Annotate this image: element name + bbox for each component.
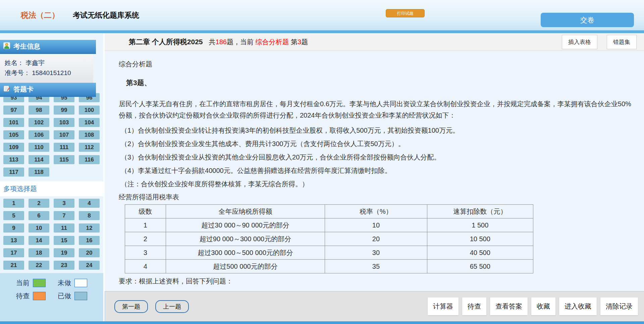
- previous-question-button[interactable]: 上一题: [155, 300, 189, 313]
- question-number-button[interactable]: 112: [79, 143, 100, 152]
- question-number-button[interactable]: 114: [29, 155, 49, 164]
- multiple-choice-section-label: 多项选择题: [0, 181, 103, 196]
- question-number-button[interactable]: 4: [79, 199, 100, 208]
- top-header: 税法（二） 考试无纸化题库系统 打印试题 交卷: [0, 0, 644, 30]
- question-number-button[interactable]: 19: [54, 248, 74, 257]
- rate-table-body: 1 超过30 000～90 000元的部分 10 1 500 2 超过90 00…: [125, 218, 533, 273]
- question-number-button[interactable]: 115: [54, 155, 74, 164]
- question-number-button[interactable]: 9: [3, 223, 24, 233]
- question-number-button[interactable]: 103: [54, 118, 74, 127]
- question-number-button[interactable]: 7: [54, 211, 74, 220]
- candidate-info-box: 姓名： 李鑫宇 准考号： 15840151210: [0, 54, 93, 83]
- question-number-button[interactable]: 111: [54, 143, 74, 152]
- question-number-button[interactable]: 113: [3, 155, 24, 164]
- question-number-button[interactable]: 100: [79, 106, 100, 115]
- person-icon: [3, 42, 10, 51]
- legend-item-done: 已做: [58, 291, 87, 301]
- question-number-button[interactable]: 18: [29, 248, 49, 257]
- answer-card-legend: 当前 未做 待查 已做: [0, 273, 103, 321]
- candidate-info-header: 考生信息: [0, 40, 96, 54]
- question-number-button[interactable]: 3: [54, 199, 74, 208]
- question-item: （2）合伙制创业投资企业发生其他成本、费用共计300万元（含支付两位合伙人工资5…: [119, 137, 634, 150]
- question-intro: 居民个人李某无自有住房，在工作的直辖市租房居住，每月支付租金0.6万元。李某与他…: [119, 98, 634, 121]
- question-number-button[interactable]: 23: [54, 261, 74, 270]
- insert-table-button[interactable]: 插入表格: [562, 35, 597, 49]
- rate-table-header-cell: 速算扣除数（元）: [427, 205, 533, 218]
- rate-percent-cell: 30: [325, 246, 427, 260]
- question-number-button[interactable]: 109: [3, 143, 24, 152]
- legend-label: 已做: [58, 291, 71, 301]
- question-number-button[interactable]: 2: [29, 199, 49, 208]
- question-number-button[interactable]: 110: [29, 143, 49, 152]
- question-type-label: 综合分析题: [119, 60, 634, 69]
- current-question-number: 3: [298, 38, 301, 46]
- toolbar-action-button[interactable]: 进入收藏: [559, 298, 597, 315]
- toolbar-action-button[interactable]: 收藏: [531, 298, 555, 315]
- legend-label: 当前: [16, 278, 30, 287]
- legend-swatch-review: [33, 292, 46, 300]
- question-number-button[interactable]: 11: [54, 223, 74, 233]
- print-exam-button[interactable]: 打印试题: [386, 9, 425, 17]
- question-number-button[interactable]: 8: [79, 211, 100, 220]
- toolbar-action-button[interactable]: 待查: [462, 298, 486, 315]
- question-number-button[interactable]: 99: [54, 106, 74, 115]
- question-number-button[interactable]: 116: [79, 155, 100, 164]
- rate-deduction-cell: 10 500: [427, 232, 533, 246]
- question-number-button[interactable]: 15: [54, 236, 74, 245]
- question-number-button[interactable]: 6: [29, 211, 49, 220]
- legend-item-review: 待查: [16, 291, 46, 301]
- question-number-button[interactable]: 102: [29, 118, 49, 127]
- rate-income-cell: 超过300 000～500 000元的部分: [166, 246, 325, 260]
- chapter-status: 第二章 个人所得税2025 共 186 题，当前 综合分析题 第 3 题: [129, 37, 308, 47]
- candidate-name-row: 姓名： 李鑫宇: [5, 58, 93, 68]
- question-number-button[interactable]: 12: [79, 223, 100, 233]
- rate-percent-cell: 20: [325, 232, 427, 246]
- submit-paper-button[interactable]: 交卷: [541, 13, 634, 27]
- question-number-button[interactable]: 108: [79, 130, 100, 139]
- legend-label: 未做: [58, 278, 71, 287]
- question-number-button[interactable]: 16: [79, 236, 100, 245]
- question-body: 综合分析题 第3题、 居民个人李某无自有住房，在工作的直辖市租房居住，每月支付租…: [105, 51, 644, 291]
- question-number-button[interactable]: 97: [3, 106, 24, 115]
- toolbar-action-button[interactable]: 计算器: [428, 298, 459, 315]
- wrong-question-set-button[interactable]: 错题集: [607, 35, 637, 49]
- topbar-buttons: 插入表格 错题集: [562, 35, 637, 49]
- question-number-button[interactable]: 21: [3, 261, 24, 270]
- question-number-button[interactable]: 118: [29, 168, 49, 177]
- answer-card-grid-current: 9394959697989910010110210310410510610710…: [0, 93, 103, 180]
- question-items: （1）合伙制创业投资企业转让持有投资满3年的初创科技型企业股权，取得收入500万…: [119, 124, 634, 191]
- question-number-button[interactable]: 24: [79, 261, 100, 270]
- sidebar: 考生信息 姓名： 李鑫宇 准考号： 15840151210: [0, 33, 103, 321]
- rate-table-row: 1 超过30 000～90 000元的部分 10 1 500: [125, 218, 533, 232]
- rate-table-header-cell: 全年应纳税所得额: [166, 205, 325, 218]
- question-number-button[interactable]: 20: [79, 248, 100, 257]
- rate-table-row: 3 超过300 000～500 000元的部分 30 40 500: [125, 246, 533, 260]
- subject-title: 税法（二）: [21, 10, 59, 20]
- question-number-button[interactable]: 105: [3, 130, 24, 139]
- question-number-button[interactable]: 10: [29, 223, 49, 233]
- question-number-button[interactable]: 104: [79, 118, 100, 127]
- notepad-icon: [3, 85, 10, 94]
- question-number-button[interactable]: 17: [3, 248, 24, 257]
- question-number-button[interactable]: 14: [29, 236, 49, 245]
- question-number-button[interactable]: 117: [3, 168, 24, 177]
- first-question-button[interactable]: 第一题: [114, 300, 148, 313]
- legend-swatch-done: [74, 292, 87, 300]
- total-mid: 题，当前: [227, 38, 256, 47]
- question-number-button[interactable]: 101: [3, 118, 24, 127]
- question-number-button[interactable]: 5: [3, 211, 24, 220]
- question-number-button[interactable]: 98: [29, 106, 49, 115]
- exam-app: 税法（二） 考试无纸化题库系统 打印试题 交卷 考生信息: [0, 0, 644, 324]
- question-number-button[interactable]: 13: [3, 236, 24, 245]
- current-suffix: 题: [301, 38, 308, 47]
- question-number-button[interactable]: 107: [54, 130, 74, 139]
- question-number-button[interactable]: 106: [29, 130, 49, 139]
- question-number-button[interactable]: 1: [3, 199, 24, 208]
- question-number-button[interactable]: 22: [29, 261, 49, 270]
- ticket-label: 准考号：: [5, 69, 30, 76]
- question-type-link[interactable]: 综合分析题: [256, 38, 289, 47]
- toolbar-action-button[interactable]: 清除记录: [600, 298, 638, 315]
- legend-swatch-current: [33, 279, 46, 287]
- question-item: （1）合伙制创业投资企业转让持有投资满3年的初创科技型企业股权，取得收入500万…: [119, 124, 634, 137]
- toolbar-action-button[interactable]: 查看答案: [490, 298, 528, 315]
